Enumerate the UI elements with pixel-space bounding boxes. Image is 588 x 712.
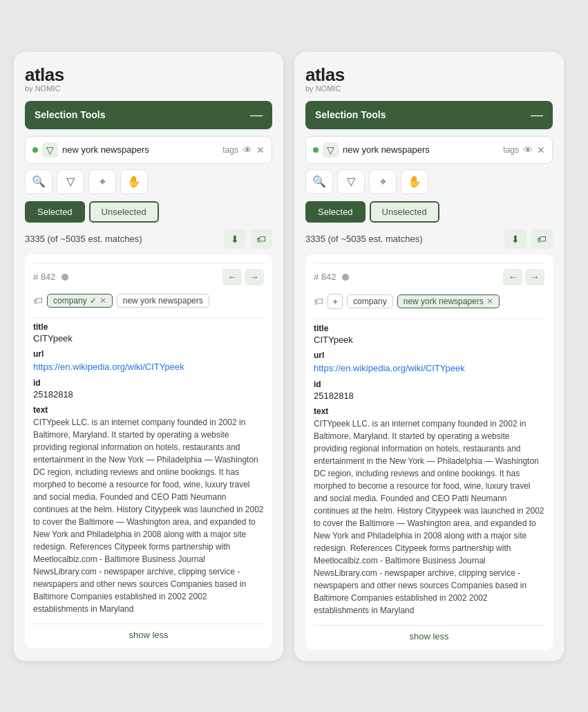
right-tag-chip-company: company: [347, 294, 393, 308]
right-filter-tool[interactable]: ▽: [337, 169, 365, 194]
right-text-field: text CITYpeek LLC. is an internet compan…: [314, 406, 544, 617]
right-tags-label: tags: [503, 145, 519, 155]
app-subtitle: by NOMIC: [25, 84, 272, 93]
right-add-tag-btn[interactable]: +: [328, 294, 343, 309]
right-tags-row: 🏷 + company new york newspapers ✕: [314, 290, 544, 315]
left-filter-row: ▽ new york newspapers tags 👁 ✕: [25, 136, 272, 164]
left-tab-selected[interactable]: Selected: [25, 201, 85, 223]
right-tab-unselected[interactable]: Unselected: [370, 201, 439, 223]
left-lasso-tool[interactable]: ⌖: [88, 169, 116, 194]
left-divider-1: [33, 317, 264, 318]
right-text-label: text: [314, 406, 544, 416]
left-hand-tool[interactable]: ✋: [120, 169, 148, 194]
left-active-dot: [32, 147, 38, 153]
right-item-number: # 842: [314, 272, 336, 282]
right-active-dot: [313, 147, 319, 153]
right-card: atlas by NOMIC Selection Tools — ▽ new y…: [294, 52, 564, 661]
right-collapse-button[interactable]: —: [531, 108, 543, 122]
right-nav-buttons: ← →: [503, 269, 544, 285]
right-app-title: atlas: [305, 66, 553, 84]
right-tools-row: 🔍 ▽ ⌖ ✋: [305, 169, 553, 194]
right-selection-tools-header: Selection Tools —: [305, 101, 553, 129]
left-id-field: id 25182818: [33, 378, 264, 400]
left-search-tool[interactable]: 🔍: [25, 169, 53, 194]
right-divider-1: [314, 319, 544, 319]
left-title-field: title CITYpeek: [33, 322, 264, 344]
left-tag-chip-company[interactable]: company ✓ ✕: [47, 294, 113, 308]
right-selection-tools-title: Selection Tools: [315, 109, 386, 120]
left-tabs-row: Selected Unselected: [25, 201, 272, 223]
right-filter-row: ▽ new york newspapers tags 👁 ✕: [305, 136, 553, 164]
right-tag-chip-query[interactable]: new york newspapers ✕: [397, 294, 500, 308]
left-selection-tools-header: Selection Tools —: [25, 101, 272, 129]
right-matches-icons: ⬇ 🏷: [504, 229, 553, 249]
left-url-label: url: [33, 349, 264, 359]
right-url-label: url: [314, 350, 544, 360]
left-url-field: url https://en.wikipedia.org/wiki/CITYpe…: [33, 349, 264, 373]
right-prev-btn[interactable]: ←: [503, 269, 522, 285]
left-tags-label: tags: [222, 145, 238, 155]
left-prev-btn[interactable]: ←: [222, 269, 242, 285]
right-eye-icon[interactable]: 👁: [523, 144, 533, 156]
left-tags-row: 🏷 company ✓ ✕ new york newspapers: [33, 290, 264, 313]
left-tools-row: 🔍 ▽ ⌖ ✋: [25, 169, 272, 194]
app-title: atlas: [25, 66, 272, 84]
right-id-value: 25182818: [314, 391, 544, 401]
right-item-dot: [342, 274, 349, 281]
left-text-value: CITYpeek LLC. is an internet company fou…: [33, 416, 264, 615]
left-nav-buttons: ← →: [222, 269, 264, 285]
right-download-btn[interactable]: ⬇: [504, 229, 527, 249]
right-id-label: id: [314, 380, 544, 389]
left-title-label: title: [33, 322, 264, 332]
left-item-header: # 842 ← →: [33, 263, 264, 290]
left-matches-text: 3335 (of ~5035 est. matches): [25, 234, 142, 244]
right-tag-btn[interactable]: 🏷: [531, 229, 553, 249]
right-tabs-row: Selected Unselected: [305, 201, 553, 223]
left-matches-icons: ⬇ 🏷: [224, 229, 272, 249]
left-item-card: # 842 ← → 🏷 company ✓ ✕ new york newspap…: [25, 254, 272, 648]
left-filter-close-icon[interactable]: ✕: [256, 144, 265, 156]
left-filter-tool[interactable]: ▽: [57, 169, 84, 194]
left-text-label: text: [33, 405, 264, 415]
right-matches-row: 3335 (of ~5035 est. matches) ⬇ 🏷: [305, 229, 553, 249]
right-lasso-tool[interactable]: ⌖: [369, 169, 397, 194]
left-tag-btn[interactable]: 🏷: [250, 229, 272, 249]
right-url-value[interactable]: https://en.wikipedia.org/wiki/CITYpeek: [314, 363, 465, 373]
right-filter-query: new york newspapers: [343, 144, 499, 155]
right-title-field: title CITYpeek: [314, 324, 544, 345]
left-collapse-button[interactable]: —: [250, 108, 263, 122]
left-tab-unselected[interactable]: Unselected: [89, 201, 159, 223]
right-filter-icon: ▽: [323, 142, 339, 158]
right-hand-tool[interactable]: ✋: [401, 169, 428, 194]
right-next-btn[interactable]: →: [525, 269, 544, 285]
right-item-header: # 842 ← →: [314, 263, 544, 290]
left-matches-row: 3335 (of ~5035 est. matches) ⬇ 🏷: [25, 229, 272, 249]
left-selection-tools-title: Selection Tools: [35, 109, 105, 120]
right-title-label: title: [314, 324, 544, 333]
right-title-value: CITYpeek: [314, 335, 544, 345]
right-url-field: url https://en.wikipedia.org/wiki/CITYpe…: [314, 350, 544, 374]
left-filter-query: new york newspapers: [62, 144, 218, 155]
right-app-subtitle: by NOMIC: [305, 84, 553, 93]
left-eye-icon[interactable]: 👁: [243, 144, 252, 156]
right-id-field: id 25182818: [314, 380, 544, 401]
left-next-btn[interactable]: →: [245, 269, 264, 285]
left-tag-chip-query: new york newspapers: [117, 294, 209, 308]
right-show-less-btn[interactable]: show less: [314, 625, 544, 641]
right-tag-icon: 🏷: [314, 296, 323, 307]
left-download-btn[interactable]: ⬇: [224, 229, 246, 249]
left-url-value[interactable]: https://en.wikipedia.org/wiki/CITYpeek: [33, 362, 184, 372]
left-tag-icon: 🏷: [33, 295, 43, 306]
left-text-field: text CITYpeek LLC. is an internet compan…: [33, 405, 264, 615]
right-tab-selected[interactable]: Selected: [305, 201, 366, 223]
right-filter-close-icon[interactable]: ✕: [537, 144, 545, 156]
right-item-card: # 842 ← → 🏷 + company new york newspaper…: [305, 254, 553, 650]
left-show-less-btn[interactable]: show less: [33, 624, 264, 640]
left-filter-icon: ▽: [42, 142, 58, 158]
left-id-value: 25182818: [33, 389, 264, 400]
left-card: atlas by NOMIC Selection Tools — ▽ new y…: [14, 52, 283, 661]
right-matches-text: 3335 (of ~5035 est. matches): [305, 234, 422, 244]
right-search-tool[interactable]: 🔍: [305, 169, 333, 194]
right-text-value: CITYpeek LLC. is an internet company fou…: [314, 418, 544, 617]
left-item-dot: [61, 274, 68, 281]
